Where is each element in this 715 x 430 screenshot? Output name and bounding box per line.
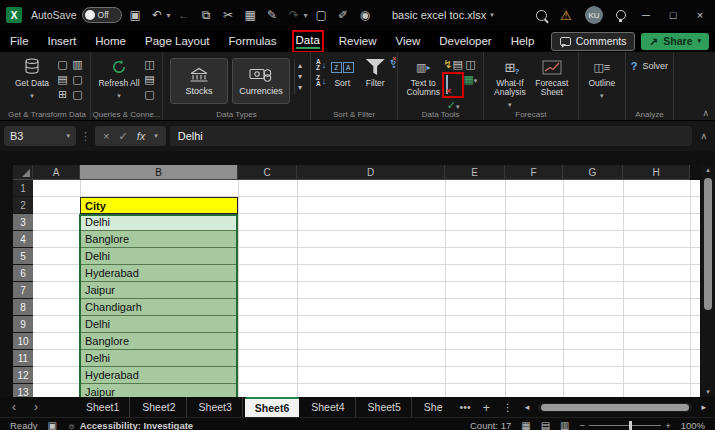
tab-view[interactable]: View [396,35,421,47]
col-header-F[interactable]: F [505,165,563,180]
gallery-down-icon[interactable]: ▾ [298,72,302,81]
sheet-tab-sheet4[interactable]: Sheet4 [301,397,355,417]
row-header-1[interactable]: 1 [13,180,33,197]
tab-file[interactable]: File [10,35,29,47]
accessibility-status[interactable]: ☼ Accessibility: Investigate [67,420,193,430]
macro-record-icon[interactable]: ▣ [47,420,56,430]
tab-help[interactable]: Help [511,35,535,47]
undo-icon[interactable]: ↶ [149,1,166,29]
tab-review[interactable]: Review [339,35,377,47]
zoom-in-icon[interactable]: + [665,420,671,430]
sort-descending-icon[interactable]: ZA ↓ [316,75,326,87]
page-layout-view-icon[interactable]: ▤ [541,420,550,430]
row-header-13[interactable]: 13 [13,384,33,397]
queries-connections-icon[interactable]: ◫ [142,59,157,70]
row-header-6[interactable]: 6 [13,265,33,282]
tab-home[interactable]: Home [95,35,126,47]
currencies-button[interactable]: Currencies [232,58,290,104]
col-header-E[interactable]: E [445,165,505,180]
select-all-corner[interactable] [13,165,33,180]
fx-chevron-icon[interactable]: ▾ [154,132,158,140]
sort-button[interactable]: ZA Sort [326,54,358,88]
collapse-ribbon-icon[interactable]: ∧ [702,108,709,118]
cancel-icon[interactable]: × [103,130,109,142]
name-box-chevron-icon[interactable]: ▾ [66,132,70,140]
new-doc-icon[interactable]: ▢ [313,1,330,29]
hscroll-right-icon[interactable]: ▸ [696,402,711,412]
vertical-scroll-thumb[interactable] [704,178,712,310]
autosave-switch[interactable]: Off [82,7,122,23]
row-header-3[interactable]: 3 [13,214,33,231]
tab-formulas[interactable]: Formulas [229,35,277,47]
col-header-B[interactable]: B [80,165,238,180]
warning-icon[interactable]: ⚠ [560,8,572,23]
gallery-more-icon[interactable]: ▾ [298,83,302,92]
sheet-tab-sheet2[interactable]: Sheet2 [132,397,186,417]
cell-B6[interactable]: Hyderabad [80,265,238,282]
hscroll-left-icon[interactable]: ◂ [520,402,535,412]
camera-icon[interactable]: ◉ [357,1,374,29]
cell-B4[interactable]: Banglore [80,231,238,248]
add-sheet-button[interactable]: + [478,400,496,415]
consolidate-icon[interactable]: ◫ [463,59,478,70]
zoom-out-icon[interactable]: − [580,420,586,430]
tab-developer[interactable]: Developer [439,35,491,47]
cell-B2[interactable]: City [80,197,238,214]
tabbar-menu-icon[interactable]: ⋮ [497,401,518,413]
tab-data[interactable]: Data [296,34,320,49]
zoom-thumb[interactable] [629,421,632,430]
tab-page-layout[interactable]: Page Layout [145,35,210,47]
name-box[interactable]: B3 ▾ [4,126,76,146]
solver-button[interactable]: ? Solver [631,60,668,72]
horizontal-scrollbar[interactable] [538,403,692,412]
document-title[interactable]: basic excel toc.xlsx ▾ [392,0,494,30]
tab-insert[interactable]: Insert [48,35,77,47]
properties-icon[interactable]: ▤ [142,74,157,85]
draw-icon[interactable]: ✎ [264,1,281,29]
zoom-level[interactable]: 100% [681,420,705,430]
row-header-7[interactable]: 7 [13,282,33,299]
from-table-icon[interactable]: ⊞ [55,89,70,100]
sheet-tab-sheet3[interactable]: Sheet3 [189,397,243,417]
row-header-5[interactable]: 5 [13,248,33,265]
insert-function-icon[interactable]: fx [137,130,146,142]
autosave-toggle[interactable]: AutoSave Off [31,7,122,23]
row-header-9[interactable]: 9 [13,316,33,333]
stocks-button[interactable]: Stocks [170,58,228,104]
edit-links-icon[interactable]: ▢ [142,89,157,100]
sheet-tab-sheet5[interactable]: Sheet5 [358,397,412,417]
lightbulb-icon[interactable] [616,10,626,20]
share-button[interactable]: ↗ Share ▾ [641,33,709,50]
horizontal-scroll-thumb[interactable] [541,404,689,411]
remove-duplicates-icon[interactable]: × [446,75,448,94]
col-header-A[interactable]: A [33,165,80,180]
sheet-tab-truncated[interactable]: She [414,397,453,417]
row-header-11[interactable]: 11 [13,350,33,367]
cell-B12[interactable]: Hyderabad [80,367,238,384]
forecast-sheet-button[interactable]: Forecast Sheet [531,54,573,97]
scroll-down-icon[interactable]: ▾ [706,387,710,397]
zoom-track[interactable] [589,425,661,426]
row-header-8[interactable]: 8 [13,299,33,316]
cell-B1[interactable] [80,180,238,197]
filter-button[interactable]: Filter [358,54,392,88]
text-to-columns-button[interactable]: ▥▸ Text to Columns [403,54,443,97]
vertical-scrollbar[interactable]: ▴ ▾ [701,165,715,397]
from-picture-icon[interactable]: ▢ [70,74,85,85]
outline-button[interactable]: ◫≡ Outline ▾ [584,54,620,100]
pen-icon[interactable]: ✐ [335,1,352,29]
normal-view-icon[interactable]: ▦ [521,420,530,430]
zoom-slider[interactable]: − + [580,420,671,430]
col-header-H[interactable]: H [623,165,690,180]
col-header-D[interactable]: D [297,165,445,180]
row-header-10[interactable]: 10 [13,333,33,350]
recent-sources-icon[interactable]: ▤ [55,74,70,85]
row-header-12[interactable]: 12 [13,367,33,384]
sort-ascending-icon[interactable]: AZ ↓ [316,59,326,71]
cell-B10[interactable]: Banglore [80,333,238,350]
page-break-view-icon[interactable]: ▥ [560,420,569,430]
save-icon[interactable]: ▣ [127,1,144,29]
formula-input[interactable]: Delhi [170,126,693,146]
cell-B11[interactable]: Delhi [80,350,238,367]
row-header-4[interactable]: 4 [13,231,33,248]
